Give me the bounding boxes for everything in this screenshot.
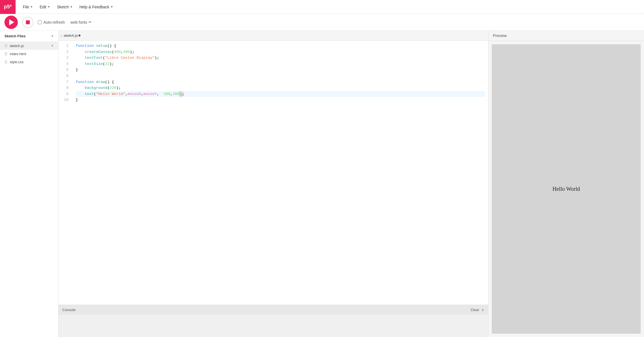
sidebar-item-style-css[interactable]: ☰ style.css [0, 58, 58, 66]
code-line-10: } [76, 97, 485, 103]
hello-world-text: Hello World [552, 186, 580, 192]
line-num-10: 10 [61, 97, 70, 103]
code-line-7: function draw() { [76, 79, 485, 85]
sidebar-item-sketch-js[interactable]: ☰ sketch.js ▼ [0, 42, 58, 50]
editor-container: ‹ sketch.js 1 2 3 4 5 6 7 8 9 10 [58, 31, 488, 337]
file-icon-sketch-js: ☰ [4, 44, 8, 48]
menu-help-arrow: ▼ [110, 5, 113, 8]
sketch-js-arrow[interactable]: ▼ [51, 44, 54, 47]
editor-tab-bar: ‹ sketch.js [58, 31, 488, 41]
sidebar-header: Sketch Files ▼ [0, 31, 58, 42]
line-num-4: 4 [61, 61, 70, 67]
preview-panel: Preview Hello World [488, 31, 644, 337]
menu-file[interactable]: File ▼ [20, 4, 36, 10]
console-body [58, 315, 488, 337]
menu-sketch[interactable]: Sketch ▼ [54, 4, 76, 10]
line-num-1: 1 [61, 43, 70, 49]
code-line-8: background(220); [76, 85, 485, 91]
file-icon-index-html: ☰ [4, 52, 8, 56]
code-line-5: } [76, 67, 485, 73]
console-actions: Clear ∨ [471, 308, 484, 312]
console-bar: Console Clear ∨ [58, 305, 488, 315]
unsaved-indicator [78, 35, 80, 36]
sidebar: Sketch Files ▼ ☰ sketch.js ▼ ☰ index.htm… [0, 31, 58, 337]
console-label: Console [62, 308, 76, 312]
back-arrow[interactable]: ‹ [61, 33, 62, 38]
main-area: Sketch Files ▼ ☰ sketch.js ▼ ☰ index.htm… [0, 31, 644, 337]
toolbar: Auto-refresh web fonts ✏ [0, 14, 644, 31]
sidebar-item-index-html[interactable]: ☰ index.html [0, 50, 58, 58]
file-icon-style-css: ☰ [4, 60, 8, 64]
line-num-3: 3 [61, 55, 70, 61]
code-line-2: createCanvas(400,400); [76, 49, 485, 55]
topbar: p5* File ▼ Edit ▼ Sketch ▼ Help & Feedba… [0, 0, 644, 14]
preview-title: Preview [493, 33, 507, 38]
line-num-5: 5 [61, 67, 70, 73]
pencil-icon: ✏ [89, 20, 92, 24]
line-num-8: 8 [61, 85, 70, 91]
preview-canvas: Hello World [492, 44, 641, 334]
menu-bar: File ▼ Edit ▼ Sketch ▼ Help & Feedback ▼ [16, 4, 121, 10]
line-num-2: 2 [61, 49, 70, 55]
code-line-4: textSize(22); [76, 61, 485, 67]
menu-edit-arrow: ▼ [48, 5, 50, 8]
auto-refresh-checkbox[interactable] [38, 20, 42, 24]
editor-tab[interactable]: sketch.js [64, 33, 81, 38]
console-expand-icon[interactable]: ∨ [481, 308, 484, 312]
play-button[interactable] [4, 16, 18, 29]
menu-file-arrow: ▼ [30, 5, 33, 8]
sidebar-title: Sketch Files [4, 34, 26, 38]
code-lines[interactable]: function setup() { createCanvas(400,400)… [72, 43, 488, 103]
sidebar-toggle-arrow[interactable]: ▼ [51, 35, 54, 38]
code-line-9: text("Hello World",mouseX,mouseY, 200,20… [76, 91, 485, 97]
clear-button[interactable]: Clear [471, 308, 479, 312]
preview-header: Preview [488, 31, 644, 41]
code-line-3: textFont("Libre Caslon Display"); [76, 55, 485, 61]
auto-refresh-label[interactable]: Auto-refresh [38, 20, 65, 25]
code-line-6 [76, 73, 485, 79]
menu-help[interactable]: Help & Feedback ▼ [77, 4, 116, 10]
line-num-7: 7 [61, 79, 70, 85]
code-area: 1 2 3 4 5 6 7 8 9 10 function setup() { … [58, 41, 488, 105]
menu-edit[interactable]: Edit ▼ [37, 4, 53, 10]
p5-logo[interactable]: p5* [0, 0, 16, 14]
line-num-9: 9 [61, 91, 70, 97]
stop-button[interactable] [22, 17, 33, 28]
line-numbers: 1 2 3 4 5 6 7 8 9 10 [58, 43, 72, 103]
code-line-1: function setup() { [76, 43, 485, 49]
menu-sketch-arrow: ▼ [70, 5, 73, 8]
web-fonts-button[interactable]: web fonts ✏ [69, 19, 93, 25]
line-num-6: 6 [61, 73, 70, 79]
editor-body[interactable]: 1 2 3 4 5 6 7 8 9 10 function setup() { … [58, 41, 488, 305]
